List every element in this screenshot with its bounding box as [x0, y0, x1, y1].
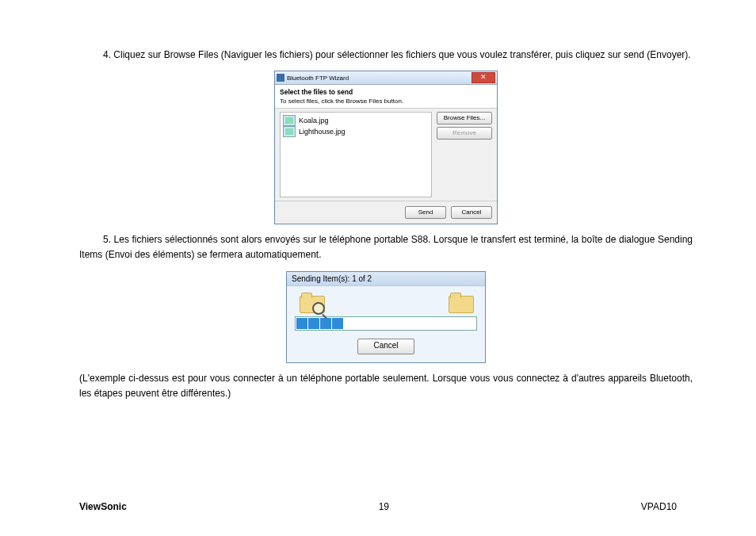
- progress-segment-empty: [344, 318, 355, 329]
- wizard-body: Koala.jpg Lighthouse.jpg Browse Files...…: [275, 109, 497, 201]
- window-title: Bluetooth FTP Wizard: [287, 75, 472, 82]
- progress-segment-empty: [391, 318, 403, 329]
- progress-segment: [320, 318, 331, 329]
- remove-button[interactable]: Remove: [437, 127, 492, 140]
- page-footer: ViewSonic 19 VPAD10: [0, 501, 756, 512]
- dialog-title: Sending Item(s): 1 of 2: [287, 272, 485, 286]
- progress-segment-empty: [439, 318, 450, 329]
- window-titlebar: Bluetooth FTP Wizard ✕: [275, 71, 497, 85]
- transfer-icons: [295, 293, 477, 316]
- file-name: Lighthouse.jpg: [299, 128, 346, 136]
- progress-segment-empty: [380, 318, 391, 329]
- band-heading: Select the files to send: [280, 88, 492, 96]
- note-text: (L'exemple ci-dessus est pour vous conne…: [79, 371, 693, 401]
- page-content: 4. Cliquez sur Browse Files (Naviguer le…: [0, 0, 756, 401]
- destination-folder-icon: [449, 293, 472, 312]
- step-4-text: 4. Cliquez sur Browse Files (Naviguer le…: [79, 48, 693, 63]
- progress-segment-empty: [427, 318, 438, 329]
- dialog-body: Cancel: [287, 286, 485, 362]
- sending-items-dialog: Sending Item(s): 1 of 2: [286, 271, 486, 363]
- send-button[interactable]: Send: [405, 206, 446, 219]
- browse-files-button[interactable]: Browse Files...: [437, 112, 492, 124]
- progress-segment: [296, 318, 307, 329]
- instruction-band: Select the files to send To select files…: [275, 85, 497, 109]
- app-icon: [277, 74, 284, 82]
- progress-segment-empty: [403, 318, 414, 329]
- file-name: Koala.jpg: [299, 117, 329, 124]
- image-icon: [283, 115, 296, 126]
- close-button[interactable]: ✕: [472, 72, 495, 83]
- wizard-footer: Send Cancel: [275, 201, 497, 224]
- figure-1-wrap: Bluetooth FTP Wizard ✕ Select the files …: [79, 71, 693, 224]
- cancel-button[interactable]: Cancel: [357, 339, 414, 354]
- file-list[interactable]: Koala.jpg Lighthouse.jpg: [280, 112, 432, 197]
- progress-segment-empty: [368, 318, 379, 329]
- progress-segment-empty: [463, 318, 474, 329]
- band-subtext: To select files, click the Browse Files …: [280, 98, 492, 105]
- dialog-button-row: Cancel: [295, 339, 477, 354]
- footer-brand: ViewSonic: [79, 501, 127, 512]
- progress-segment-empty: [415, 318, 426, 329]
- side-buttons: Browse Files... Remove: [437, 112, 492, 197]
- progress-segment: [308, 318, 319, 329]
- step-5-text: 5. Les fichiers sélectionnés sont alors …: [79, 232, 693, 262]
- list-item[interactable]: Lighthouse.jpg: [283, 126, 429, 137]
- footer-page-number: 19: [379, 501, 389, 512]
- figure-2-wrap: Sending Item(s): 1 of 2: [79, 271, 693, 363]
- progress-bar: [295, 316, 477, 331]
- magnifier-icon: [312, 302, 325, 315]
- progress-segment-empty: [451, 318, 462, 329]
- image-icon: [283, 126, 296, 137]
- source-folder-icon: [300, 293, 323, 312]
- progress-segment-empty: [356, 318, 367, 329]
- bluetooth-wizard-window: Bluetooth FTP Wizard ✕ Select the files …: [274, 71, 498, 224]
- list-item[interactable]: Koala.jpg: [283, 115, 429, 126]
- cancel-button[interactable]: Cancel: [451, 206, 492, 219]
- progress-segment: [332, 318, 343, 329]
- footer-model: VPAD10: [641, 501, 677, 512]
